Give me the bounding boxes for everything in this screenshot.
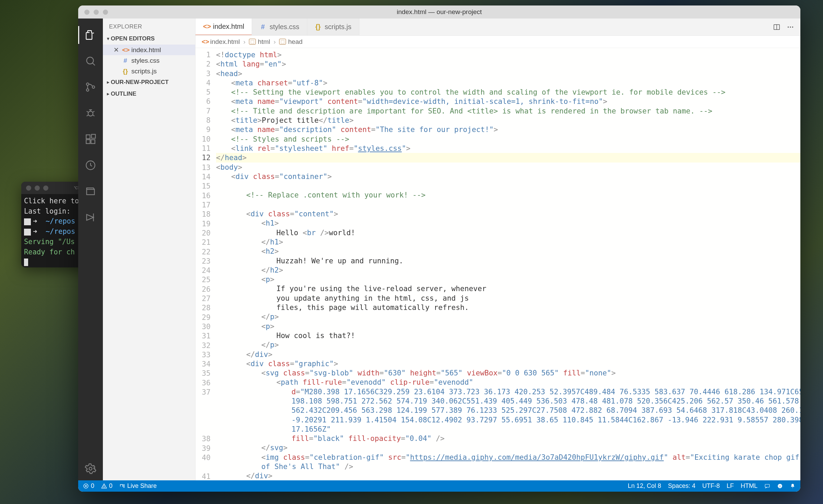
status-indentation[interactable]: Spaces: 4 bbox=[668, 482, 695, 490]
code-line[interactable]: 17.1656Z" bbox=[216, 424, 800, 434]
open-editor-item[interactable]: ✕{}scripts.js bbox=[103, 66, 195, 76]
status-smiley-icon[interactable] bbox=[777, 483, 783, 489]
svg-point-19 bbox=[779, 485, 779, 486]
editor-tab[interactable]: #styles.css bbox=[252, 19, 307, 35]
close-icon[interactable]: ✕ bbox=[113, 46, 119, 54]
code-line[interactable]: <h1> bbox=[216, 218, 800, 228]
code-line[interactable]: <meta name="viewport" content="width=dev… bbox=[216, 97, 800, 106]
code-line[interactable]: -9.20291 211.939 1.41504 154.08C12.4902 … bbox=[216, 415, 800, 424]
file-name: styles.css bbox=[131, 57, 159, 64]
code-line[interactable]: </div> bbox=[216, 350, 800, 359]
file-name: index.html bbox=[131, 46, 161, 54]
code-line[interactable]: </p> bbox=[216, 312, 800, 321]
code-line[interactable]: of She's All That" /> bbox=[216, 462, 800, 471]
term-status: Serving "/Us bbox=[24, 238, 75, 246]
code-line[interactable]: <html lang="en"> bbox=[216, 59, 800, 69]
code-editor[interactable]: 1234567891011121314151617181920212223242… bbox=[195, 48, 800, 480]
code-line[interactable]: <!-- Title and description are important… bbox=[216, 106, 800, 116]
project-section[interactable]: ▸OUR-NEW-PROJECT bbox=[103, 76, 195, 88]
code-line[interactable]: <p> bbox=[216, 275, 800, 284]
svg-point-10 bbox=[89, 467, 92, 470]
code-line[interactable]: 562.432C209.456 563.298 124.199 577.389 … bbox=[216, 406, 800, 415]
code-line[interactable]: <!doctype html> bbox=[216, 50, 800, 59]
code-line[interactable]: <link rel="stylesheet" href="styles.css"… bbox=[216, 144, 800, 153]
code-line[interactable]: <div class="content"> bbox=[216, 209, 800, 218]
open-editors-section[interactable]: ▾OPEN EDITORS bbox=[103, 33, 195, 45]
breadcrumbs[interactable]: <>index.html › ⬚html › ⬚head bbox=[195, 36, 800, 48]
symbol-element-icon: ⬚ bbox=[249, 39, 256, 45]
code-line[interactable]: d="M280.398 17.1656C329.259 23.6104 373.… bbox=[216, 387, 800, 396]
code-line[interactable]: If you're using the live-reload server, … bbox=[216, 284, 800, 293]
status-live-share[interactable]: Live Share bbox=[119, 482, 157, 490]
breadcrumb-item[interactable]: index.html bbox=[210, 38, 240, 46]
code-line[interactable]: you update anything in the html, css, an… bbox=[216, 293, 800, 303]
code-line[interactable]: Huzzah! We're up and running. bbox=[216, 256, 800, 265]
svg-point-18 bbox=[778, 484, 782, 488]
code-line[interactable]: </svg> bbox=[216, 443, 800, 452]
code-line[interactable]: Hello <br />world! bbox=[216, 228, 800, 237]
code-line[interactable]: <meta name="description" content="The si… bbox=[216, 125, 800, 134]
editor-tab[interactable]: <>index.html bbox=[195, 19, 252, 35]
code-line[interactable]: </head> bbox=[216, 153, 800, 162]
code-line[interactable]: </div> bbox=[216, 471, 800, 480]
breadcrumb-item[interactable]: head bbox=[288, 38, 302, 46]
code-line[interactable]: <!-- Setting the viewport enables you to… bbox=[216, 87, 800, 97]
code-line[interactable]: How cool is that?! bbox=[216, 331, 800, 340]
code-line[interactable]: <body> bbox=[216, 163, 800, 172]
activity-live-share-icon[interactable] bbox=[78, 206, 103, 229]
status-bell-icon[interactable] bbox=[790, 483, 796, 489]
code-line[interactable] bbox=[216, 200, 800, 209]
status-warnings[interactable]: 0 bbox=[101, 482, 112, 490]
status-language[interactable]: HTML bbox=[741, 482, 758, 490]
code-line[interactable]: <title>Project title</title> bbox=[216, 116, 800, 125]
code-line[interactable]: <svg class="svg-blob" width="630" height… bbox=[216, 368, 800, 377]
code-line[interactable]: <head> bbox=[216, 69, 800, 78]
status-eol[interactable]: LF bbox=[727, 482, 734, 490]
status-cursor-position[interactable]: Ln 12, Col 8 bbox=[628, 482, 661, 490]
open-editor-item[interactable]: ✕#styles.css bbox=[103, 55, 195, 66]
traffic-light-minimize[interactable] bbox=[35, 185, 40, 191]
code-line[interactable]: fill="black" fill-opacity="0.04" /> bbox=[216, 434, 800, 443]
activity-search-icon[interactable] bbox=[78, 49, 103, 73]
activity-remote-icon[interactable] bbox=[78, 154, 103, 177]
code-line[interactable]: <!-- Styles and scripts --> bbox=[216, 134, 800, 144]
code-line[interactable] bbox=[216, 181, 800, 190]
code-line[interactable]: <div class="container"> bbox=[216, 172, 800, 181]
editor-group: <>index.html#styles.css{}scripts.js <>in… bbox=[195, 19, 800, 480]
tab-bar: <>index.html#styles.css{}scripts.js bbox=[195, 19, 800, 36]
activity-terminal-shortcut-icon[interactable] bbox=[78, 180, 103, 203]
chevron-right-icon: ▸ bbox=[107, 80, 109, 85]
code-line[interactable]: files, this page will automatically refr… bbox=[216, 303, 800, 312]
editor-tab[interactable]: {}scripts.js bbox=[307, 19, 359, 35]
status-feedback-icon[interactable] bbox=[764, 483, 770, 489]
code-line[interactable]: </h1> bbox=[216, 237, 800, 247]
activity-debug-icon[interactable] bbox=[78, 101, 103, 125]
code-line[interactable]: <h2> bbox=[216, 247, 800, 256]
code-line[interactable]: </h2> bbox=[216, 265, 800, 275]
term-status: Ready for ch bbox=[24, 248, 75, 256]
titlebar[interactable]: index.html — our-new-project bbox=[78, 5, 800, 19]
traffic-light-close[interactable] bbox=[26, 185, 31, 191]
split-editor-icon[interactable] bbox=[773, 23, 780, 31]
code-line[interactable]: <img class="celebration-gif" src="https:… bbox=[216, 453, 800, 462]
status-errors[interactable]: 0 bbox=[83, 482, 94, 490]
activity-extensions-icon[interactable] bbox=[78, 128, 103, 151]
code-line[interactable]: <meta charset="utf-8"> bbox=[216, 78, 800, 87]
code-line[interactable]: 198.108 598.751 272.562 574.719 340.062C… bbox=[216, 396, 800, 406]
code-line[interactable]: <p> bbox=[216, 322, 800, 331]
code-line[interactable]: <path fill-rule="evenodd" clip-rule="eve… bbox=[216, 377, 800, 387]
open-editor-item[interactable]: ✕<>index.html bbox=[103, 45, 195, 55]
code-line[interactable]: <div class="graphic"> bbox=[216, 359, 800, 368]
svg-point-0 bbox=[87, 57, 94, 64]
breadcrumb-item[interactable]: html bbox=[258, 38, 270, 46]
activity-settings-icon[interactable] bbox=[78, 457, 103, 480]
status-encoding[interactable]: UTF-8 bbox=[702, 482, 720, 490]
code-line[interactable]: <!-- Replace .content with your work! --… bbox=[216, 190, 800, 200]
activity-source-control-icon[interactable] bbox=[78, 75, 103, 99]
traffic-light-zoom[interactable] bbox=[43, 185, 48, 191]
code-line[interactable]: </p> bbox=[216, 340, 800, 349]
more-actions-icon[interactable] bbox=[787, 23, 794, 31]
outline-section[interactable]: ▸OUTLINE bbox=[103, 88, 195, 100]
term-line: Last login: bbox=[24, 207, 75, 215]
activity-explorer-icon[interactable] bbox=[78, 23, 103, 47]
